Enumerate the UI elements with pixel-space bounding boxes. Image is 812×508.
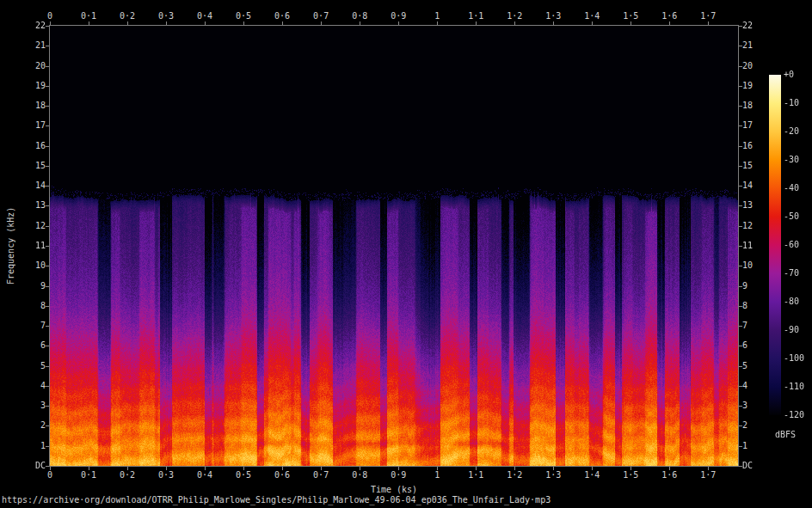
y-tick-mark-left: [46, 226, 49, 227]
y-tick-label-left: 4: [11, 381, 46, 391]
x-tick-mark-top: [205, 21, 206, 25]
x-tick-label-top: 1·3: [536, 11, 570, 21]
y-tick-label-left: 14: [11, 181, 46, 191]
colorbar-tick-label: -90: [784, 325, 799, 335]
x-tick-label-top: 0·5: [226, 11, 261, 21]
y-tick-mark-left: [46, 146, 49, 147]
y-tick-label-left: 3: [11, 401, 46, 411]
y-tick-label-left: 15: [11, 161, 46, 171]
x-tick-label-top: 1·4: [575, 11, 609, 21]
x-tick-label-top: 0·2: [110, 11, 145, 21]
y-tick-label-left: 11: [11, 241, 46, 251]
y-tick-label-left: 1: [11, 441, 46, 451]
y-tick-label-left: 21: [11, 40, 46, 51]
x-tick-label-bottom: 0·3: [149, 470, 183, 480]
x-tick-mark-top: [514, 21, 515, 25]
x-axis-title: Time (ks): [49, 485, 739, 495]
y-tick-label-left: 10: [11, 260, 46, 271]
y-tick-mark-left: [46, 266, 49, 266]
y-tick-mark-left: [46, 346, 49, 346]
y-tick-label-right: 20: [742, 61, 777, 71]
x-tick-label-bottom: 0·5: [226, 470, 261, 480]
y-tick-label-right: 21: [742, 40, 777, 51]
colorbar-tick-label: -70: [784, 268, 799, 278]
colorbar-tick-label: -110: [784, 382, 804, 392]
x-tick-label-bottom: 1·4: [575, 470, 609, 480]
colorbar-tick-label: -80: [784, 297, 799, 307]
x-tick-label-top: 0·9: [381, 11, 415, 21]
x-tick-mark-top: [360, 21, 360, 25]
colorbar-tick-label: -40: [784, 183, 799, 193]
y-tick-mark-left: [46, 425, 49, 426]
x-tick-mark-top: [166, 21, 167, 25]
y-tick-label-left: 19: [11, 81, 46, 91]
y-tick-label-left: 5: [11, 361, 46, 371]
x-tick-mark-top: [50, 21, 51, 25]
y-tick-label-left: 17: [11, 120, 46, 131]
y-tick-label-right: 1: [742, 441, 777, 451]
spectrogram-canvas: [50, 26, 738, 466]
x-tick-mark-top: [437, 21, 438, 25]
x-tick-label-top: 0·6: [265, 11, 299, 21]
x-tick-mark-top: [127, 21, 128, 25]
x-tick-label-bottom: 0: [33, 470, 67, 480]
x-tick-label-bottom: 1: [420, 470, 454, 480]
y-tick-label-left: 22: [11, 21, 46, 31]
x-tick-mark-top: [553, 21, 554, 25]
y-tick-mark-left: [46, 125, 49, 126]
colorbar-tick-label: -10: [784, 98, 799, 108]
spectrogram-app: Frequency (kHz) 000·10·10·20·20·30·30·40…: [0, 0, 812, 508]
x-tick-mark-top: [476, 21, 477, 25]
x-tick-label-top: 0·1: [71, 11, 106, 21]
y-tick-label-left: 2: [11, 420, 46, 431]
x-tick-label-top: 1·2: [497, 11, 532, 21]
y-tick-mark-left: [46, 205, 49, 206]
x-tick-label-top: 1: [420, 11, 454, 21]
x-tick-label-top: 1·6: [652, 11, 686, 21]
colorbar-tick-label: +0: [784, 70, 794, 80]
y-tick-mark-left: [46, 46, 49, 46]
x-tick-label-bottom: 0·8: [342, 470, 377, 480]
x-tick-label-bottom: 1·2: [497, 470, 532, 480]
x-tick-label-top: 0·3: [149, 11, 183, 21]
y-tick-mark-left: [46, 286, 49, 287]
x-tick-label-top: 1·7: [691, 11, 725, 21]
colorbar-tick-label: -60: [784, 240, 799, 250]
x-tick-label-bottom: 1·3: [536, 470, 570, 480]
y-tick-mark-left: [46, 186, 49, 187]
x-tick-label-bottom: 0·6: [265, 470, 299, 480]
x-tick-label-top: 0·4: [188, 11, 222, 21]
y-tick-mark-left: [46, 66, 49, 67]
x-tick-mark-top: [89, 21, 89, 25]
x-tick-label-bottom: 0·4: [188, 470, 222, 480]
source-url: https://archive·org/download/OTRR_Philip…: [2, 495, 551, 505]
x-tick-label-bottom: 0·1: [71, 470, 106, 480]
x-tick-mark-top: [398, 21, 399, 25]
colorbar-gradient: [769, 75, 781, 415]
colorbar-title: dBFS: [775, 430, 796, 440]
y-tick-label-left: 7: [11, 321, 46, 331]
colorbar-tick-label: -20: [784, 126, 799, 137]
colorbar-tick-label: -120: [784, 410, 804, 420]
y-tick-label-left: 9: [11, 281, 46, 291]
x-tick-mark-top: [669, 21, 670, 25]
x-tick-label-top: 1·5: [613, 11, 648, 21]
y-tick-label-right: DC: [742, 461, 777, 471]
y-tick-mark-left: [46, 386, 49, 387]
x-tick-label-top: 0·7: [304, 11, 338, 21]
colorbar-tick-label: -30: [784, 155, 799, 165]
y-tick-label-left: 6: [11, 340, 46, 351]
y-tick-mark-left: [46, 326, 49, 327]
x-tick-mark-top: [321, 21, 322, 25]
x-tick-mark-top: [592, 21, 593, 25]
y-tick-mark-left: [46, 86, 49, 87]
x-tick-label-top: 1·1: [458, 11, 493, 21]
x-tick-label-bottom: 1·6: [652, 470, 686, 480]
y-tick-mark-left: [46, 106, 49, 107]
y-tick-mark-left: [46, 446, 49, 447]
x-tick-label-bottom: 1·7: [691, 470, 725, 480]
y-tick-mark-left: [46, 246, 49, 247]
y-tick-mark-left: [46, 306, 49, 307]
y-tick-label-left: 13: [11, 200, 46, 211]
y-tick-label-left: 18: [11, 101, 46, 111]
